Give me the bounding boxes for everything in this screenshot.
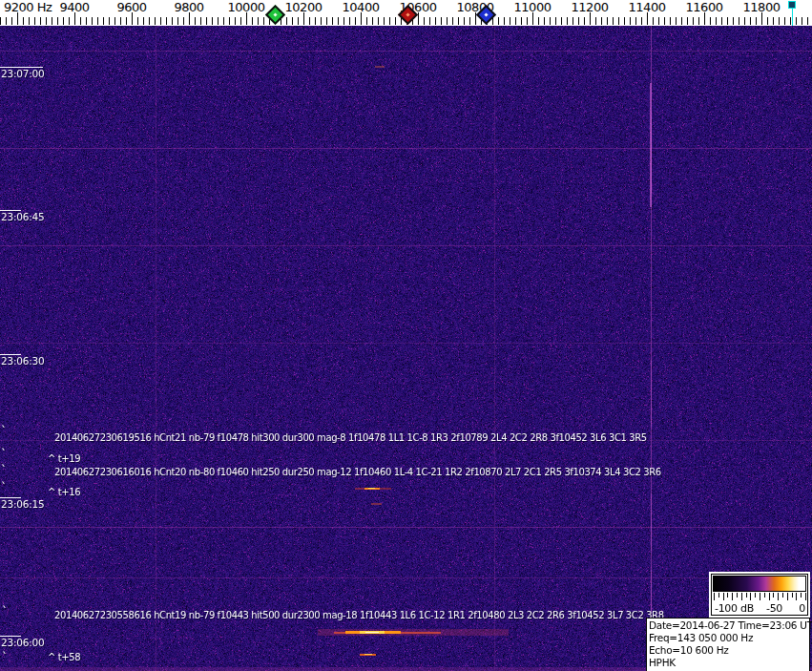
freq-minor-tick (544, 17, 545, 25)
freq-minor-tick (635, 17, 636, 25)
freq-minor-tick (681, 17, 682, 25)
freq-minor-tick (429, 17, 430, 25)
freq-minor-tick (452, 17, 453, 25)
freq-minor-tick (567, 17, 568, 25)
freq-minor-tick (97, 17, 98, 25)
freq-minor-tick (149, 17, 150, 25)
freq-minor-tick (326, 17, 327, 25)
freq-minor-tick (40, 17, 41, 25)
freq-minor-tick (441, 17, 442, 25)
freq-minor-tick (218, 17, 219, 25)
spectrogram-canvas[interactable] (0, 26, 812, 671)
freq-minor-tick (321, 17, 322, 25)
freq-minor-tick (172, 17, 173, 25)
marker-red-diamond-center (406, 12, 409, 16)
freq-minor-tick (183, 17, 184, 25)
freq-minor-tick (57, 17, 58, 25)
freq-minor-tick (309, 17, 310, 25)
freq-minor-tick (498, 17, 499, 25)
freq-minor-tick (235, 17, 236, 25)
freq-axis-label: 10400 (343, 0, 380, 14)
freq-minor-tick (790, 17, 791, 25)
freq-minor-tick (29, 17, 30, 25)
colorbar-tick (732, 593, 733, 600)
freq-minor-tick (338, 17, 339, 25)
freq-minor-tick (584, 17, 585, 25)
freq-minor-tick (687, 17, 688, 25)
info-frequency: Freq=143 050 000 Hz (649, 632, 807, 644)
freq-minor-tick (773, 17, 774, 25)
colorbar-tick (727, 593, 728, 598)
db-colorbar: -100 dB -50 0 (711, 574, 808, 616)
freq-minor-tick (744, 17, 745, 25)
freq-minor-tick (779, 17, 780, 25)
freq-minor-tick (240, 17, 241, 25)
freq-minor-tick (698, 17, 699, 25)
freq-minor-tick (120, 17, 121, 25)
freq-minor-tick (613, 17, 614, 25)
freq-axis-label: 11800 (743, 0, 781, 14)
info-echo: Echo=10 600 Hz (649, 644, 807, 657)
freq-axis-label: 9200 Hz (4, 0, 52, 14)
freq-minor-tick (515, 17, 516, 25)
colorbar-tick (718, 593, 719, 598)
freq-minor-tick (34, 17, 35, 25)
freq-axis-label: 10200 (285, 0, 323, 14)
freq-minor-tick (784, 17, 785, 25)
freq-minor-tick (641, 17, 642, 25)
colorbar-tick (782, 593, 783, 598)
freq-axis-label: 9800 (174, 0, 203, 14)
freq-minor-tick (693, 17, 694, 25)
freq-minor-tick (807, 17, 808, 25)
freq-minor-tick (80, 17, 81, 25)
freq-minor-tick (510, 17, 510, 25)
marker-cyan-cursor-line (792, 8, 793, 26)
freq-minor-tick (315, 17, 316, 25)
freq-minor-tick (109, 17, 110, 25)
colorbar-tick (792, 593, 793, 598)
freq-minor-tick (664, 17, 665, 25)
freq-minor-tick (137, 17, 138, 25)
colorbar-tick (723, 593, 724, 600)
freq-minor-tick (447, 17, 448, 25)
freq-minor-tick (767, 17, 768, 25)
freq-minor-tick (372, 17, 373, 25)
freq-minor-tick (624, 17, 625, 25)
freq-minor-tick (115, 17, 115, 25)
frequency-axis[interactable]: 9200 Hz940096009800100001020010400106001… (0, 0, 812, 26)
colorbar-tick (801, 593, 802, 598)
freq-minor-tick (69, 17, 70, 25)
colorbar-tick (773, 593, 774, 598)
marker-green-diamond-center (273, 12, 277, 16)
marker-blue-diamond-center (484, 12, 488, 16)
freq-axis-label: 11000 (514, 0, 552, 14)
colorbar-tick (737, 593, 738, 598)
info-date-time: Date=2014-06-27 Time=23:06 UTC (649, 619, 807, 632)
freq-minor-tick (435, 17, 436, 25)
freq-minor-tick (721, 17, 722, 25)
colorbar-gradient (713, 576, 806, 592)
freq-minor-tick (143, 17, 144, 25)
freq-minor-tick (86, 17, 87, 25)
freq-minor-tick (630, 17, 631, 25)
colorbar-tick (764, 593, 765, 598)
freq-minor-tick (618, 17, 619, 25)
colorbar-label-min: -100 dB (715, 602, 754, 615)
freq-minor-tick (424, 17, 425, 25)
freq-minor-tick (750, 17, 751, 25)
freq-minor-tick (286, 17, 287, 25)
freq-axis-label: 11600 (686, 0, 723, 14)
freq-minor-tick (46, 17, 47, 25)
freq-minor-tick (796, 17, 797, 25)
freq-minor-tick (595, 17, 596, 25)
freq-minor-tick (670, 17, 671, 25)
freq-minor-tick (601, 17, 602, 25)
freq-minor-tick (349, 17, 350, 25)
freq-minor-tick (206, 17, 207, 25)
freq-minor-tick (11, 17, 12, 25)
status-info-box: Date=2014-06-27 Time=23:06 UTC Freq=143 … (646, 618, 810, 671)
colorbar-tick (746, 593, 747, 598)
freq-minor-tick (555, 17, 556, 25)
freq-axis-label: 10000 (228, 0, 265, 14)
freq-minor-tick (653, 17, 654, 25)
